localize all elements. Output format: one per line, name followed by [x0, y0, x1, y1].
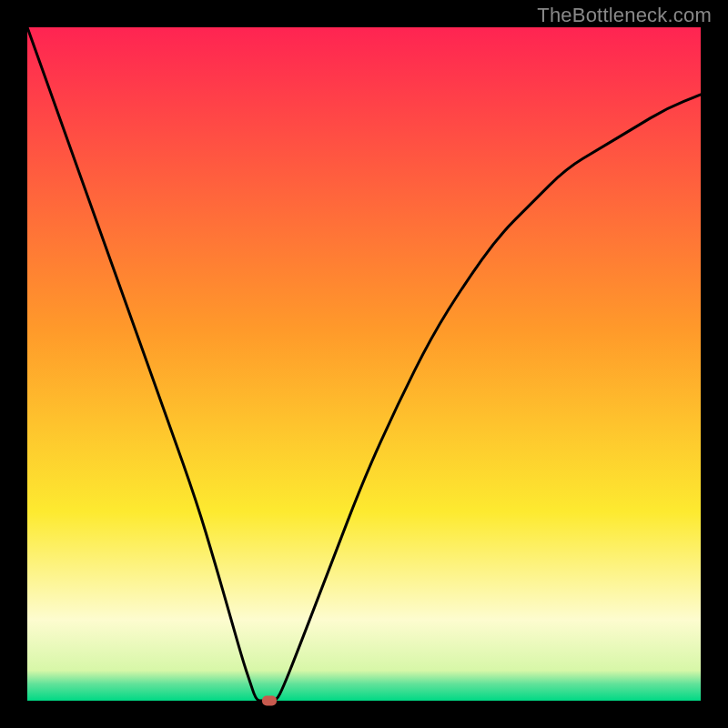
chart-frame: TheBottleneck.com: [0, 0, 728, 728]
heat-gradient-background: [27, 27, 701, 701]
watermark-text: TheBottleneck.com: [537, 4, 712, 27]
optimal-point-marker: [262, 696, 277, 706]
plot-area: [27, 27, 701, 701]
svg-rect-0: [27, 27, 701, 701]
